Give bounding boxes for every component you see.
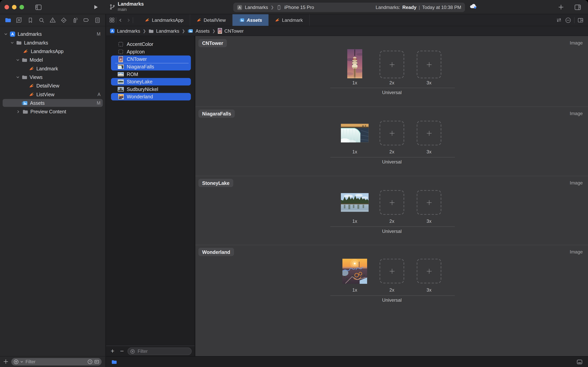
breadcrumb-project[interactable]: Landmarks bbox=[110, 28, 140, 34]
asset-set-title: Wonderland bbox=[202, 249, 230, 255]
niagarafalls-1x-image[interactable] bbox=[341, 124, 369, 142]
stoneylake-thumbnail bbox=[118, 80, 124, 84]
asset-set-title: CNTower bbox=[202, 40, 223, 46]
go-forward-button[interactable] bbox=[125, 16, 133, 24]
asset-row-stoneylake[interactable]: StoneyLake bbox=[106, 78, 195, 85]
chevron-right-icon: ❯ bbox=[182, 29, 185, 33]
tree-row-assets[interactable]: Assets M bbox=[0, 99, 105, 107]
disclosure-chevron-icon[interactable] bbox=[17, 110, 20, 113]
find-navigator-tab[interactable] bbox=[37, 16, 45, 24]
breakpoints-navigator-tab[interactable] bbox=[82, 16, 90, 24]
debug-navigator-tab[interactable] bbox=[71, 16, 79, 24]
asset-filter-input[interactable] bbox=[137, 348, 189, 354]
breadcrumb-cntower[interactable]: CNTower bbox=[218, 28, 244, 34]
plus-minus-box-icon[interactable] bbox=[94, 359, 99, 365]
asset-row-rom[interactable]: ROM bbox=[106, 71, 195, 78]
close-button[interactable] bbox=[4, 5, 9, 9]
xcode-cloud-button[interactable] bbox=[469, 3, 477, 9]
tree-row-preview-content[interactable]: Preview Content bbox=[0, 107, 105, 116]
plus-icon bbox=[389, 131, 394, 135]
asset-set-title: NiagaraFalls bbox=[202, 111, 231, 117]
bookmark-icon bbox=[27, 17, 33, 23]
disclosure-chevron-icon[interactable] bbox=[10, 41, 14, 44]
swift-file-icon bbox=[197, 18, 202, 23]
window-controls bbox=[4, 5, 24, 9]
toggle-navigator-button[interactable] bbox=[34, 3, 43, 11]
toggle-inspector-button[interactable] bbox=[573, 3, 582, 11]
disclosure-chevron-icon[interactable] bbox=[16, 75, 19, 79]
asset-row-niagarafalls[interactable]: NiagaraFalls bbox=[106, 63, 195, 71]
add-button[interactable] bbox=[556, 3, 565, 11]
tree-row-detailview[interactable]: DetailView bbox=[0, 81, 105, 90]
stoneylake-2x-slot[interactable] bbox=[379, 190, 404, 215]
add-editor-icon[interactable] bbox=[578, 17, 584, 23]
tree-row-listview[interactable]: ListView A bbox=[0, 90, 105, 99]
bookmarks-navigator-tab[interactable] bbox=[26, 16, 34, 24]
scale-3x-label: 3x bbox=[417, 149, 441, 155]
niagarafalls-thumbnail bbox=[118, 65, 124, 69]
tab-landmarksapp[interactable]: LandmarksApp bbox=[138, 14, 190, 26]
recents-clock-icon[interactable] bbox=[87, 359, 92, 365]
tree-row-landmark[interactable]: Landmark bbox=[0, 64, 105, 73]
navigator-add-button[interactable] bbox=[3, 359, 8, 365]
scale-1x-label: 1x bbox=[342, 149, 367, 155]
disclosure-chevron-icon[interactable] bbox=[4, 32, 7, 36]
tree-row-landmarksapp[interactable]: LandmarksApp bbox=[0, 47, 105, 55]
scale-3x-label: 3x bbox=[417, 80, 441, 85]
plus-icon bbox=[427, 62, 431, 67]
more-options-icon[interactable] bbox=[565, 17, 571, 23]
tab-landmark[interactable]: Landmark bbox=[269, 14, 310, 26]
asset-row-sudburynickel[interactable]: SudburyNickel bbox=[106, 85, 195, 93]
asset-row-wonderland[interactable]: Wonderland bbox=[106, 93, 195, 100]
destination-name: iPhone 15 Pro bbox=[284, 5, 314, 10]
asset-row-accentcolor[interactable]: AccentColor bbox=[106, 41, 195, 48]
wonderland-1x-image[interactable] bbox=[342, 259, 367, 284]
stoneylake-3x-slot[interactable] bbox=[417, 190, 441, 215]
toggle-outline-button[interactable] bbox=[111, 359, 118, 365]
cntower-1x-image[interactable] bbox=[347, 49, 362, 78]
navigator-filter-field[interactable] bbox=[11, 358, 102, 366]
run-button[interactable] bbox=[91, 3, 100, 11]
related-items-button[interactable] bbox=[108, 16, 116, 24]
navigator-filter-input[interactable] bbox=[25, 359, 86, 365]
tree-row-landmarks-project[interactable]: Landmarks M bbox=[0, 30, 105, 38]
asset-filter-field[interactable] bbox=[127, 348, 192, 355]
niagarafalls-3x-slot[interactable] bbox=[417, 121, 441, 145]
breadcrumb-assets[interactable]: Assets bbox=[188, 28, 210, 34]
go-back-button[interactable] bbox=[116, 16, 125, 24]
project-navigator-tab[interactable] bbox=[4, 16, 12, 24]
cntower-2x-slot[interactable] bbox=[379, 50, 404, 78]
stoneylake-1x-image[interactable] bbox=[341, 193, 369, 212]
idiom-label: Universal bbox=[367, 90, 417, 95]
asset-row-appicon[interactable]: AppIcon bbox=[106, 48, 195, 56]
disclosure-chevron-icon[interactable] bbox=[16, 58, 19, 61]
tab-detailview[interactable]: DetailView bbox=[190, 14, 233, 26]
asset-row-cntower[interactable]: CNTower bbox=[106, 55, 195, 63]
asset-set-header: StoneyLake bbox=[198, 179, 233, 187]
source-control-navigator-tab[interactable] bbox=[15, 16, 23, 24]
reports-navigator-tab[interactable] bbox=[93, 16, 101, 24]
cloud-icon bbox=[469, 3, 477, 9]
tree-row-landmarks-group[interactable]: Landmarks bbox=[0, 38, 105, 47]
zoom-button[interactable] bbox=[19, 5, 24, 9]
niagarafalls-2x-slot[interactable] bbox=[379, 121, 404, 145]
tree-row-views[interactable]: Views bbox=[0, 73, 105, 81]
tab-assets[interactable]: Assets bbox=[233, 14, 269, 26]
scheme-menu[interactable]: Landmarks ❯ iPhone 15 Pro bbox=[237, 5, 314, 10]
tests-navigator-tab[interactable] bbox=[60, 16, 68, 24]
cntower-3x-slot[interactable] bbox=[417, 50, 441, 78]
remove-asset-button[interactable]: − bbox=[118, 348, 125, 355]
tree-row-model[interactable]: Model bbox=[0, 55, 105, 64]
wonderland-3x-slot[interactable] bbox=[417, 259, 441, 284]
activity-status[interactable]: Landmarks: Ready | Today at 10:38 PM bbox=[376, 5, 461, 10]
source-status-badge: M bbox=[97, 100, 101, 106]
swap-arrows-icon[interactable] bbox=[556, 17, 562, 23]
toggle-bottom-bar-button[interactable] bbox=[576, 359, 583, 365]
breadcrumb-group[interactable]: Landmarks bbox=[149, 28, 179, 34]
wonderland-2x-slot[interactable] bbox=[379, 259, 404, 284]
tree-label: LandmarksApp bbox=[31, 48, 64, 54]
tab-label: Landmark bbox=[282, 17, 303, 23]
issues-navigator-tab[interactable] bbox=[49, 16, 57, 24]
add-asset-button[interactable]: + bbox=[109, 348, 116, 355]
minimize-button[interactable] bbox=[12, 5, 17, 9]
